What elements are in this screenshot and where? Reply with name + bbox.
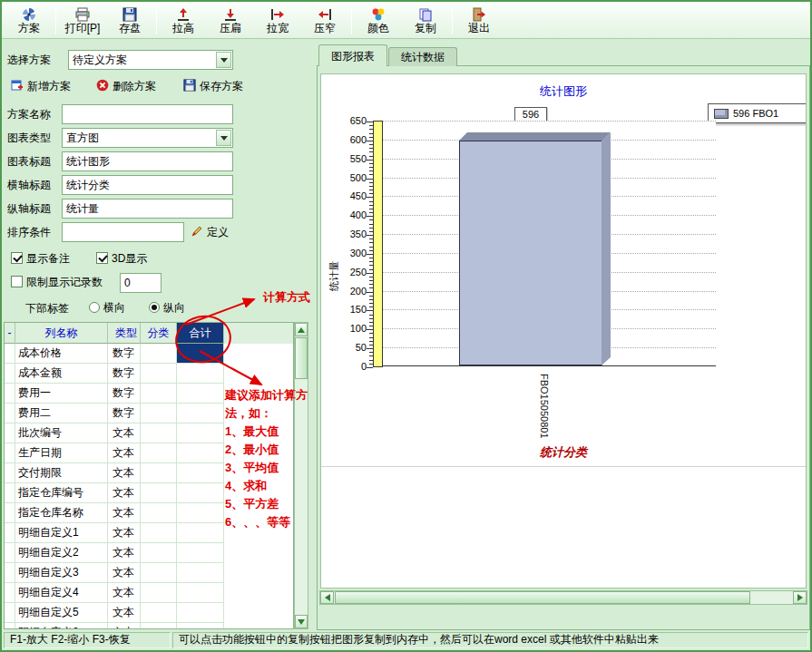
chart-type-combobox[interactable]: 直方图 — [62, 128, 233, 148]
limit-records-input[interactable] — [120, 273, 161, 293]
checkbox-icon[interactable] — [96, 252, 108, 264]
toolbar-button-save[interactable]: 存盘 — [106, 4, 153, 37]
chart-3d-wall — [373, 121, 383, 367]
y-axis-title-input[interactable] — [62, 199, 233, 219]
checkbox-icon[interactable] — [11, 276, 23, 287]
legend-swatch-icon — [714, 109, 729, 119]
axis-tick-mark — [369, 337, 373, 338]
radio-icon[interactable] — [89, 302, 100, 313]
total-cell[interactable] — [177, 583, 224, 603]
chart-type-arrow[interactable] — [216, 130, 231, 146]
table-row[interactable]: 成本价格数字 — [5, 344, 293, 364]
tab-graph-report[interactable]: 图形报表 — [318, 44, 387, 66]
chart-title-label: 图表标题 — [7, 151, 51, 171]
radio-icon[interactable] — [149, 302, 160, 313]
radio-vertical-label: 纵向 — [163, 301, 185, 314]
total-cell[interactable] — [177, 543, 224, 563]
total-cell[interactable] — [177, 603, 224, 623]
column-name-cell: 生产日期 — [15, 443, 108, 463]
chart-frame-divider — [321, 466, 806, 467]
toolbar-button-plan[interactable]: 方案 — [5, 4, 53, 37]
type-cell: 文本 — [108, 503, 141, 523]
toolbar-button-exit[interactable]: 退出 — [455, 4, 503, 37]
checkbox-icon[interactable] — [11, 252, 23, 264]
horizontal-scrollbar[interactable] — [319, 590, 807, 605]
type-cell: 文本 — [108, 443, 141, 463]
scrollbar-thumb[interactable] — [295, 337, 308, 379]
axis-tick-mark — [369, 167, 373, 168]
total-cell[interactable] — [177, 483, 224, 503]
toolbar-button-flatten[interactable]: 压扁 — [207, 4, 254, 37]
scroll-right-button[interactable] — [793, 591, 807, 604]
radio-vertical[interactable]: 纵向 — [149, 300, 185, 316]
type-cell: 文本 — [108, 603, 141, 623]
axis-tick-mark — [369, 201, 373, 202]
row-selector-cell — [5, 483, 15, 503]
plan-combobox-arrow[interactable] — [216, 52, 231, 68]
define-button[interactable]: 定义 — [191, 223, 229, 241]
save-plan-button[interactable]: 保存方案 — [183, 77, 243, 95]
status-bar: F1-放大 F2-缩小 F3-恢复 可以点击功能按钮中的复制按钮把图形复制到内存… — [2, 630, 810, 650]
total-cell[interactable] — [177, 623, 224, 629]
toolbar-button-color[interactable]: 颜色 — [355, 4, 402, 37]
show-3d-checkbox[interactable]: 3D显示 — [96, 251, 147, 267]
row-selector-cell — [5, 603, 15, 623]
toolbar-button-copy[interactable]: 复制 — [402, 4, 449, 37]
total-cell[interactable] — [177, 463, 224, 483]
toolbar-button-stretch[interactable]: 拉高 — [160, 4, 207, 37]
toolbar-button-label: 打印[P] — [65, 23, 101, 34]
total-cell[interactable] — [177, 523, 224, 543]
scrollbar-thumb[interactable] — [335, 591, 750, 604]
plan-name-input[interactable] — [62, 104, 233, 124]
total-cell[interactable] — [177, 423, 224, 443]
y-tick-label: 300 — [350, 248, 367, 258]
header-column-name[interactable]: 列名称 — [15, 323, 108, 344]
delete-plan-button[interactable]: 删除方案 — [96, 77, 156, 95]
table-row[interactable]: 明细自定义5文本 — [5, 603, 293, 623]
sort-condition-input[interactable] — [62, 222, 184, 242]
total-cell[interactable] — [177, 404, 224, 423]
toolbar-button-print[interactable]: 打印[P] — [59, 4, 106, 37]
toolbar-button-narrow[interactable]: 压窄 — [301, 4, 348, 37]
table-row[interactable]: 明细自定义2文本 — [5, 543, 293, 563]
header-type[interactable]: 类型 — [108, 323, 141, 344]
table-row[interactable]: 明细自定义6文本 — [5, 623, 293, 629]
column-name-cell: 明细自定义5 — [15, 603, 108, 623]
axis-tick-mark — [369, 125, 373, 126]
total-cell[interactable] — [177, 344, 224, 364]
tab-statistics-data[interactable]: 统计数据 — [388, 47, 457, 66]
header-total[interactable]: 合计 — [177, 323, 224, 344]
type-cell: 数字 — [108, 364, 141, 384]
save-icon — [122, 6, 137, 22]
x-axis-title-input[interactable] — [62, 175, 233, 195]
legend-label: 596 FBO1 — [733, 108, 778, 119]
scroll-up-button[interactable] — [295, 323, 308, 336]
limit-records-checkbox[interactable]: 限制显示记录数 — [11, 275, 103, 290]
x-axis-title-label: 横轴标题 — [7, 175, 51, 195]
scroll-down-button[interactable] — [295, 615, 308, 628]
show-note-checkbox[interactable]: 显示备注 — [11, 251, 70, 267]
axis-tick-mark — [369, 315, 373, 316]
toolbar-button-widen[interactable]: 拉宽 — [254, 4, 301, 37]
total-cell[interactable] — [177, 443, 224, 463]
x-axis-title: 统计分类 — [321, 444, 806, 461]
header-category[interactable]: 分类 — [141, 323, 177, 344]
axis-tick-mark — [369, 182, 373, 183]
scroll-left-button[interactable] — [320, 591, 334, 604]
total-cell[interactable] — [177, 503, 224, 523]
plan-combobox[interactable]: 待定义方案 — [68, 50, 233, 70]
save-plan-icon — [183, 79, 196, 94]
add-plan-button[interactable]: 新增方案 — [11, 77, 71, 95]
table-row[interactable]: 明细自定义4文本 — [5, 583, 293, 603]
table-row[interactable]: 明细自定义3文本 — [5, 563, 293, 583]
annotation-calc-method: 计算方式 — [263, 289, 310, 306]
toolbar-separator — [452, 5, 453, 34]
toolbar-separator — [351, 5, 352, 34]
chart-title-input[interactable] — [62, 151, 233, 171]
total-cell[interactable] — [177, 364, 224, 384]
total-cell[interactable] — [177, 563, 224, 583]
total-cell[interactable] — [177, 384, 224, 404]
radio-horizontal[interactable]: 横向 — [89, 300, 125, 316]
bar — [459, 141, 602, 365]
table-row[interactable]: 成本金额数字 — [5, 364, 293, 384]
